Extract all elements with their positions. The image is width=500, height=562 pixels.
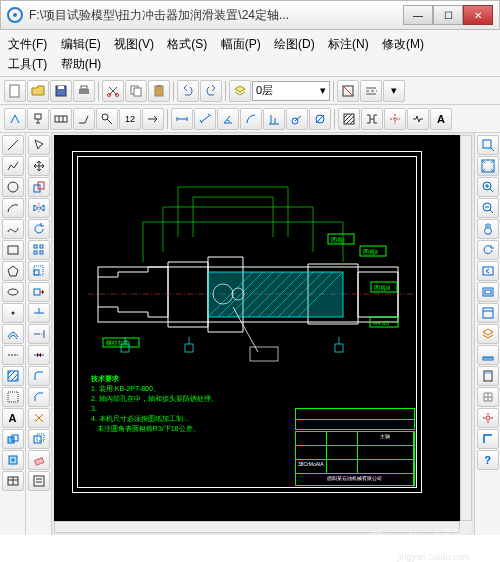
polygon-tool[interactable]	[2, 261, 24, 281]
menu-tools[interactable]: 工具(T)	[8, 57, 47, 71]
offset-curve-tool[interactable]	[2, 324, 24, 344]
ellipse-tool[interactable]	[2, 282, 24, 302]
open-button[interactable]	[27, 80, 49, 102]
extend-tool[interactable]	[28, 324, 50, 344]
zoom-extents-button[interactable]	[477, 156, 499, 176]
view-prev-button[interactable]	[477, 261, 499, 281]
grid-button[interactable]	[477, 387, 499, 407]
text-button[interactable]: A	[430, 108, 452, 130]
redraw-button[interactable]	[477, 240, 499, 260]
zoom-out-button[interactable]	[477, 198, 499, 218]
circle-tool[interactable]	[2, 177, 24, 197]
point-tool[interactable]	[2, 303, 24, 323]
redo-button[interactable]	[200, 80, 222, 102]
text-tool[interactable]: A	[2, 408, 24, 428]
dim-radius-button[interactable]	[286, 108, 308, 130]
region-tool[interactable]	[2, 387, 24, 407]
select-tool[interactable]	[28, 135, 50, 155]
menu-file[interactable]: 文件(F)	[8, 37, 47, 51]
rotate-tool[interactable]	[28, 219, 50, 239]
measure-button[interactable]	[477, 345, 499, 365]
zoom-window-button[interactable]	[477, 135, 499, 155]
cut-button[interactable]	[102, 80, 124, 102]
break-tool[interactable]	[28, 345, 50, 365]
ortho-button[interactable]	[477, 429, 499, 449]
paste-button[interactable]	[148, 80, 170, 102]
rectangle-tool[interactable]	[2, 240, 24, 260]
fillet-tool[interactable]	[28, 366, 50, 386]
snap-button[interactable]	[477, 408, 499, 428]
menu-format[interactable]: 格式(S)	[167, 37, 207, 51]
menu-draw[interactable]: 绘图(D)	[274, 37, 315, 51]
polyline-tool[interactable]	[2, 156, 24, 176]
weld-button[interactable]	[73, 108, 95, 130]
dim-arc-button[interactable]	[240, 108, 262, 130]
view-all-button[interactable]	[477, 282, 499, 302]
dim-ordinate-button[interactable]	[263, 108, 285, 130]
balloon-button[interactable]	[96, 108, 118, 130]
block-tool[interactable]	[2, 429, 24, 449]
arc-tool[interactable]	[2, 198, 24, 218]
named-views-button[interactable]	[477, 303, 499, 323]
dim-aligned-button[interactable]	[194, 108, 216, 130]
maximize-button[interactable]: ☐	[433, 5, 463, 25]
close-button[interactable]: ✕	[463, 5, 493, 25]
offset-tool[interactable]	[28, 429, 50, 449]
copy-button[interactable]	[125, 80, 147, 102]
layer-states-button[interactable]	[477, 324, 499, 344]
menu-annot[interactable]: 标注(N)	[328, 37, 369, 51]
horizontal-scrollbar[interactable]	[54, 521, 460, 533]
menu-help[interactable]: 帮助(H)	[61, 57, 102, 71]
dim-diameter-button[interactable]	[309, 108, 331, 130]
undo-button[interactable]	[177, 80, 199, 102]
zoom-in-button[interactable]	[477, 177, 499, 197]
help-button[interactable]: ?	[477, 450, 499, 470]
roughness-button[interactable]	[4, 108, 26, 130]
save-button[interactable]	[50, 80, 72, 102]
number-button[interactable]: 12	[119, 108, 141, 130]
section-button[interactable]	[361, 108, 383, 130]
hatch-tool[interactable]	[2, 366, 24, 386]
insert-block-tool[interactable]	[2, 450, 24, 470]
construction-line-tool[interactable]	[2, 345, 24, 365]
table-tool[interactable]	[2, 471, 24, 491]
explode-tool[interactable]	[28, 408, 50, 428]
spline-tool[interactable]	[2, 219, 24, 239]
layer-selector[interactable]: 0层▾	[252, 81, 330, 101]
color-button[interactable]	[337, 80, 359, 102]
erase-tool[interactable]	[28, 450, 50, 470]
dropdown-icon[interactable]: ▾	[383, 80, 405, 102]
print-button[interactable]	[73, 80, 95, 102]
menu-modify[interactable]: 修改(M)	[382, 37, 424, 51]
scale-tool[interactable]	[28, 261, 50, 281]
drawing-canvas[interactable]: 图视Ⅰ 图视Ⅱ 图视Ⅲ R4.65 螺纹扣型 技术要求 1. 装用 KB-2PT…	[54, 135, 472, 533]
dim-linear-button[interactable]	[171, 108, 193, 130]
menu-pane[interactable]: 幅面(P)	[221, 37, 261, 51]
vertical-scrollbar[interactable]	[460, 135, 472, 521]
chamfer-tool[interactable]	[28, 387, 50, 407]
datum-button[interactable]	[27, 108, 49, 130]
copy-tool[interactable]	[28, 177, 50, 197]
menu-view[interactable]: 视图(V)	[114, 37, 154, 51]
array-tool[interactable]	[28, 240, 50, 260]
stretch-tool[interactable]	[28, 282, 50, 302]
menu-edit[interactable]: 编辑(E)	[61, 37, 101, 51]
new-button[interactable]	[4, 80, 26, 102]
svg-rect-41	[34, 458, 43, 465]
move-tool[interactable]	[28, 156, 50, 176]
linetype-button[interactable]	[360, 80, 382, 102]
pan-button[interactable]	[477, 219, 499, 239]
layers-icon[interactable]	[229, 80, 251, 102]
minimize-button[interactable]: —	[403, 5, 433, 25]
break-button[interactable]	[407, 108, 429, 130]
mirror-tool[interactable]	[28, 198, 50, 218]
hatch-button[interactable]	[338, 108, 360, 130]
trim-tool[interactable]	[28, 303, 50, 323]
line-tool[interactable]	[2, 135, 24, 155]
tolerance-button[interactable]	[50, 108, 72, 130]
properties-tool[interactable]	[28, 471, 50, 491]
calc-button[interactable]	[477, 366, 499, 386]
arrow-button[interactable]	[142, 108, 164, 130]
dim-angular-button[interactable]	[217, 108, 239, 130]
centerline-button[interactable]	[384, 108, 406, 130]
